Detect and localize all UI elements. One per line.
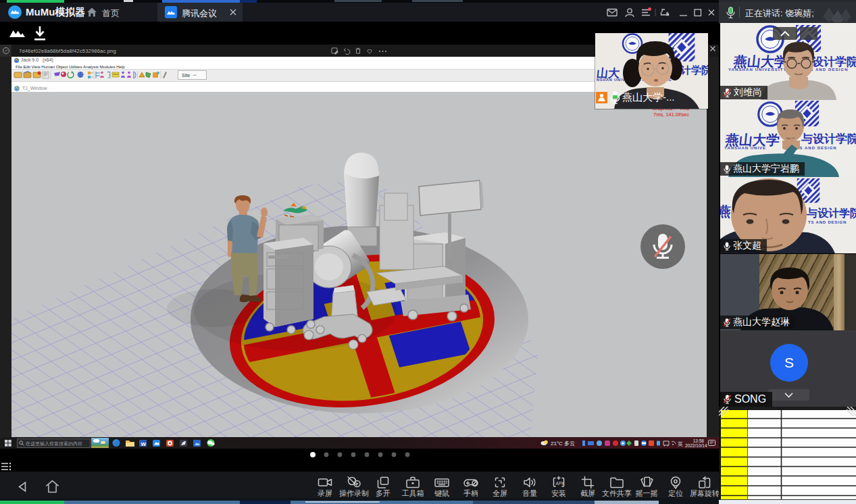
svg-text:APK: APK <box>556 481 565 486</box>
svg-text:W: W <box>141 441 147 447</box>
svg-text:7ms, 141.0f/sec: 7ms, 141.0f/sec <box>653 111 689 118</box>
